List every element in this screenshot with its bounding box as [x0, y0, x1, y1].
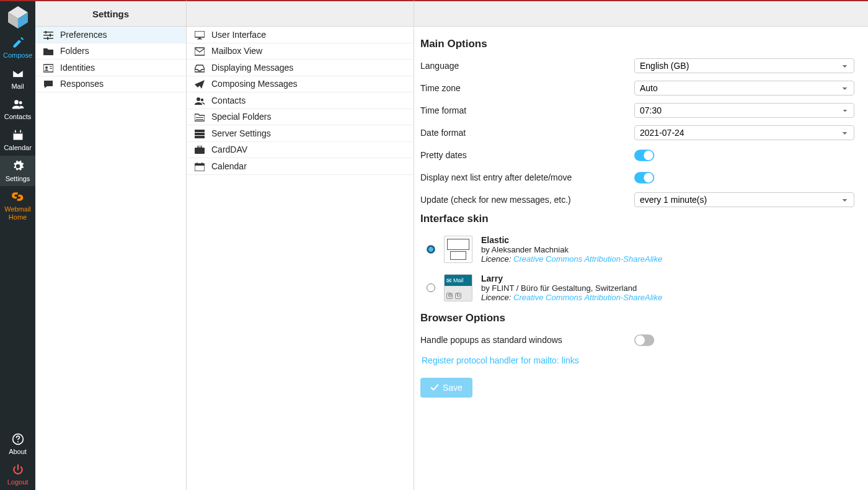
svg-rect-11 — [45, 31, 46, 33]
svg-rect-34 — [202, 163, 203, 164]
question-icon — [0, 433, 35, 447]
svg-point-22 — [197, 97, 200, 101]
update-select[interactable]: every 1 minute(s) — [634, 192, 854, 207]
section-label: Server Settings — [211, 128, 271, 138]
svg-rect-5 — [20, 130, 21, 133]
popups-label: Handle popups as standard windows — [420, 335, 634, 345]
skin-radio-elastic[interactable] — [427, 245, 435, 254]
rail-calendar[interactable]: Calendar — [0, 125, 35, 156]
desktop-icon — [194, 30, 205, 40]
pretty-dates-label: Pretty dates — [420, 150, 634, 160]
skin-licence-link[interactable]: Creative Commons Attribution-ShareAlike — [513, 293, 662, 302]
next-entry-toggle[interactable] — [634, 172, 654, 184]
section-calendar[interactable]: Calendar — [187, 158, 414, 175]
timezone-select[interactable]: Auto — [634, 81, 854, 96]
settings-item-identities[interactable]: Identities — [35, 60, 186, 76]
skin-thumb-larry: Mail ⚙↻ — [444, 274, 472, 301]
settings-panel-header: Settings — [35, 1, 186, 27]
section-user-interface[interactable]: User Interface — [187, 27, 414, 43]
svg-rect-4 — [15, 130, 16, 133]
rail-mail[interactable]: Mail — [0, 63, 35, 94]
pretty-dates-toggle[interactable] — [634, 149, 654, 161]
power-icon — [0, 463, 35, 477]
content-panel: Main Options Language English (GB) Time … — [414, 0, 868, 490]
nav-rail: Compose Mail Contacts Calendar Settings … — [0, 0, 35, 490]
skin-option-elastic[interactable]: Elastic by Aleksander Machniak Licence: … — [420, 231, 854, 270]
id-card-icon — [43, 63, 54, 73]
popups-toggle[interactable] — [634, 334, 654, 346]
svg-rect-13 — [47, 37, 48, 40]
svg-rect-26 — [195, 130, 205, 132]
section-server-settings[interactable]: Server Settings — [187, 125, 414, 142]
users-icon — [194, 96, 205, 105]
skin-radio-larry[interactable] — [427, 283, 435, 292]
skin-author: by FLINT / Büro für Gestaltung, Switzerl… — [481, 283, 662, 293]
main-options-heading: Main Options — [420, 38, 854, 50]
settings-categories-panel: Settings Preferences Folders Identities … — [35, 0, 187, 490]
language-label: Language — [420, 61, 634, 71]
browser-options-heading: Browser Options — [420, 312, 854, 324]
svg-rect-18 — [195, 31, 205, 37]
calendar-small-icon — [194, 161, 205, 171]
section-contacts[interactable]: Contacts — [187, 92, 414, 109]
preference-sections-panel: User Interface Mailbox View Displaying M… — [187, 0, 414, 490]
check-icon — [430, 383, 439, 392]
svg-rect-19 — [198, 38, 201, 39]
section-label: Mailbox View — [211, 46, 262, 56]
svg-rect-28 — [195, 136, 205, 138]
section-label: Calendar — [211, 161, 247, 171]
skin-option-larry[interactable]: Mail ⚙↻ Larry by FLINT / Büro für Gestal… — [420, 270, 854, 308]
svg-rect-3 — [13, 131, 22, 133]
section-carddav[interactable]: CardDAV — [187, 142, 414, 159]
rail-about[interactable]: About — [0, 429, 35, 460]
section-label: Displaying Messages — [211, 63, 293, 73]
rail-contacts[interactable]: Contacts — [0, 94, 35, 125]
settings-item-responses[interactable]: Responses — [35, 76, 186, 93]
skin-licence-link[interactable]: Creative Commons Attribution-ShareAlike — [513, 254, 662, 264]
svg-point-0 — [14, 100, 19, 105]
settings-item-label: Preferences — [60, 30, 107, 40]
paper-plane-icon — [194, 79, 205, 89]
settings-item-label: Folders — [60, 46, 89, 56]
inbox-icon — [194, 63, 205, 73]
timeformat-select[interactable]: 07:30 — [634, 103, 854, 118]
section-label: Composing Messages — [211, 79, 298, 89]
mail-icon — [0, 68, 35, 81]
skin-name: Larry — [481, 274, 662, 283]
sections-panel-header — [187, 1, 414, 27]
rail-webmail-home[interactable]: Webmail Home — [0, 186, 35, 225]
svg-rect-33 — [197, 163, 198, 164]
svg-rect-27 — [195, 133, 205, 135]
svg-point-15 — [45, 66, 48, 69]
settings-categories-list: Preferences Folders Identities Responses — [35, 27, 186, 92]
svg-rect-30 — [198, 146, 202, 148]
language-select[interactable]: English (GB) — [634, 58, 854, 73]
settings-item-folders[interactable]: Folders — [35, 43, 186, 60]
settings-item-label: Responses — [60, 79, 104, 89]
section-special-folders[interactable]: Special Folders — [187, 109, 414, 126]
save-button[interactable]: Save — [420, 378, 472, 398]
section-composing-messages[interactable]: Composing Messages — [187, 76, 414, 93]
section-mailbox-view[interactable]: Mailbox View — [187, 43, 414, 60]
svg-point-7 — [17, 441, 19, 442]
settings-item-preferences[interactable]: Preferences — [35, 27, 186, 43]
mailto-handler-link[interactable]: Register protocol handler for mailto: li… — [422, 355, 579, 365]
cpanel-icon — [0, 190, 35, 204]
rail-compose[interactable]: Compose — [0, 32, 35, 63]
svg-rect-12 — [50, 33, 51, 37]
section-label: CardDAV — [211, 145, 247, 154]
dateformat-select[interactable]: 2021-07-24 — [634, 125, 854, 140]
sliders-icon — [43, 30, 54, 40]
content-panel-header — [414, 1, 868, 27]
contacts-icon — [0, 98, 35, 112]
section-displaying-messages[interactable]: Displaying Messages — [187, 60, 414, 76]
envelope-icon — [194, 46, 205, 56]
rail-logout[interactable]: Logout — [0, 459, 35, 490]
compose-icon — [0, 37, 35, 50]
svg-point-1 — [19, 101, 22, 104]
timezone-label: Time zone — [420, 83, 634, 93]
skin-thumb-elastic — [444, 236, 472, 263]
calendar-icon — [0, 129, 35, 143]
rail-settings[interactable]: Settings — [0, 156, 35, 187]
folder-icon — [43, 46, 54, 56]
